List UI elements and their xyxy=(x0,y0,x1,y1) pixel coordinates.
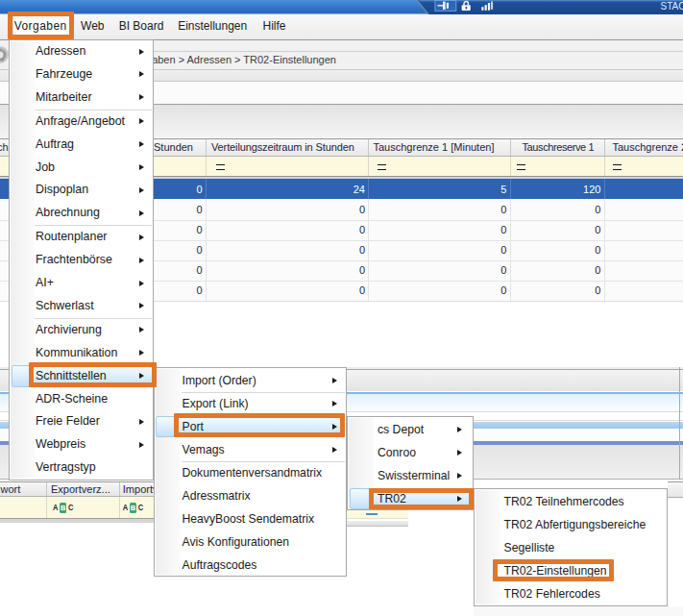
svg-text:STACK: STACK xyxy=(661,1,683,12)
